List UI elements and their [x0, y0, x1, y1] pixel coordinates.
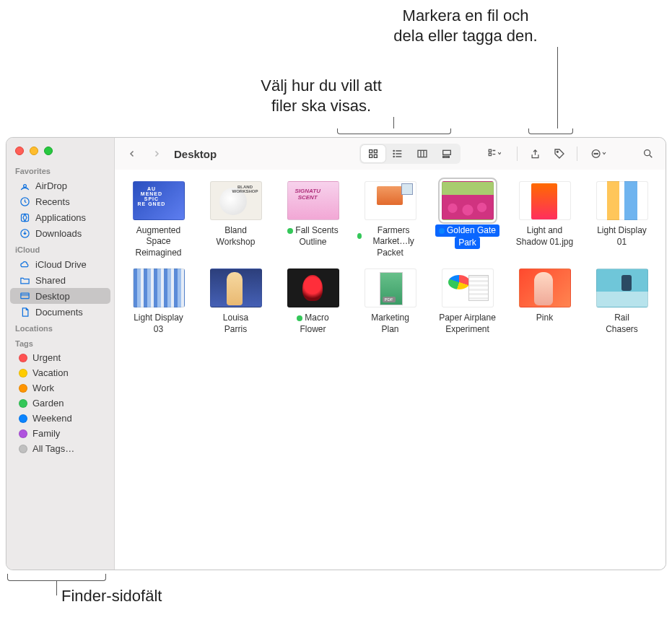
sidebar-item-airdrop[interactable]: AirDrop: [10, 178, 110, 193]
sidebar-item-applications[interactable]: Applications: [10, 209, 110, 225]
tag-dot-gray: [19, 445, 27, 453]
file-thumbnail: [133, 268, 185, 307]
sidebar-item-downloads[interactable]: Downloads: [10, 225, 110, 241]
file-item[interactable]: Golden GatePark: [431, 181, 504, 258]
sidebar-item-label: Weekend: [32, 413, 72, 424]
svg-point-21: [594, 153, 595, 154]
sidebar-item-icloud-drive[interactable]: iCloud Drive: [10, 256, 110, 272]
file-label: Fall ScentsOutline: [284, 224, 341, 248]
svg-point-23: [597, 153, 598, 154]
view-gallery-button[interactable]: [435, 145, 459, 162]
search-button[interactable]: [638, 144, 658, 163]
sidebar-item-recents[interactable]: Recents: [10, 193, 110, 209]
sidebar-tag-family[interactable]: Family: [10, 426, 110, 441]
sidebar-item-label: Downloads: [35, 228, 82, 239]
svg-rect-7: [370, 154, 372, 157]
group-by-button[interactable]: [479, 144, 510, 163]
file-label-text: Park: [455, 237, 480, 249]
sidebar-header-icloud: iCloud: [6, 241, 114, 256]
sidebar-tag-urgent[interactable]: Urgent: [10, 350, 110, 365]
file-label-text: Plan: [381, 324, 398, 335]
svg-point-11: [393, 156, 394, 157]
file-item[interactable]: Farmers Market…lyPacket: [354, 181, 427, 258]
file-item[interactable]: RailChasers: [585, 268, 658, 335]
fullscreen-window-button[interactable]: [44, 147, 53, 155]
sidebar-header-locations: Locations: [6, 320, 114, 335]
callout-view: Välj hur du vill att filer ska visas.: [242, 76, 401, 115]
sidebar-tag-all[interactable]: All Tags…: [10, 441, 110, 456]
sidebar-item-label: All Tags…: [32, 443, 74, 454]
file-label-text: 03: [154, 324, 163, 335]
file-label: MarketingPlan: [368, 312, 412, 335]
window-title: Desktop: [174, 148, 217, 160]
sidebar-tag-weekend[interactable]: Weekend: [10, 411, 110, 426]
svg-rect-14: [443, 156, 445, 157]
sidebar-item-label: Recents: [35, 196, 70, 207]
file-grid[interactable]: Augmented SpaceReimaginedBlandWorkshopFa…: [115, 170, 666, 569]
file-label: Augmented SpaceReimagined: [123, 224, 195, 258]
file-label: BlandWorkshop: [217, 224, 256, 248]
tag-dot-purple: [19, 429, 27, 438]
sidebar-item-shared[interactable]: Shared: [10, 272, 110, 288]
tag-button[interactable]: [549, 144, 570, 163]
svg-point-19: [557, 151, 558, 152]
file-thumbnail: [519, 181, 571, 220]
toolbar-separator: [577, 147, 577, 161]
file-item[interactable]: Light andShadow 01.jpg: [508, 181, 581, 258]
callout-share-bracket: [528, 128, 573, 134]
sidebar-item-label: Vacation: [32, 367, 69, 378]
file-item[interactable]: MacroFlower: [276, 268, 349, 335]
view-column-button[interactable]: [410, 145, 435, 162]
file-label-text: Marketing: [371, 313, 409, 323]
file-label: Pink: [533, 312, 556, 324]
back-button[interactable]: [122, 144, 142, 163]
airdrop-icon: [19, 180, 30, 191]
file-label-text: 01: [617, 237, 627, 248]
more-actions-button[interactable]: [585, 144, 615, 163]
view-icon-button[interactable]: [361, 145, 385, 162]
file-thumbnail: [365, 268, 416, 307]
sidebar-tag-work[interactable]: Work: [10, 380, 110, 396]
document-icon: [19, 306, 30, 318]
callout-sidebar-bracket: [7, 574, 106, 581]
svg-rect-6: [374, 150, 377, 153]
file-label-text: Light Display: [597, 225, 647, 236]
sidebar-header-favorites: Favorites: [6, 162, 114, 178]
file-tag-dot: [297, 315, 302, 321]
file-item[interactable]: BlandWorkshop: [199, 181, 272, 258]
share-button[interactable]: [525, 144, 545, 163]
file-thumbnail: [442, 268, 494, 307]
file-label-text: Outline: [299, 237, 326, 248]
sidebar-tag-vacation[interactable]: Vacation: [10, 365, 110, 380]
sidebar: Favorites AirDrop Recents Applications D…: [6, 138, 115, 569]
sidebar-item-documents[interactable]: Documents: [10, 304, 110, 320]
file-item[interactable]: Fall ScentsOutline: [276, 181, 349, 258]
svg-point-9: [393, 150, 394, 151]
file-label-text: Parris: [224, 324, 247, 335]
file-item[interactable]: MarketingPlan: [354, 268, 427, 335]
file-thumbnail: [287, 268, 339, 307]
close-window-button[interactable]: [15, 147, 24, 155]
file-item[interactable]: Light Display01: [585, 181, 658, 258]
file-label: MacroFlower: [294, 312, 331, 335]
file-label-text: Golden Gate: [447, 225, 496, 236]
sidebar-item-label: AirDrop: [35, 180, 67, 191]
view-list-button[interactable]: [385, 145, 410, 162]
sidebar-tag-garden[interactable]: Garden: [10, 396, 110, 411]
toolbar: Desktop: [115, 138, 666, 170]
file-item[interactable]: Light Display03: [122, 268, 195, 335]
file-label: RailChasers: [606, 312, 638, 335]
tag-dot-yellow: [19, 369, 27, 377]
file-item[interactable]: Augmented SpaceReimagined: [122, 181, 195, 258]
file-item[interactable]: LouisaParris: [199, 268, 272, 335]
file-item[interactable]: Paper AirplaneExperiment: [431, 268, 504, 335]
window-controls: [6, 142, 114, 162]
minimize-window-button[interactable]: [30, 147, 38, 155]
callout-share-line: [557, 47, 558, 128]
file-label: Paper AirplaneExperiment: [436, 312, 499, 335]
forward-button[interactable]: [147, 144, 167, 163]
file-thumbnail: [596, 268, 648, 307]
file-item[interactable]: Pink: [508, 268, 581, 335]
callout-sidebar: Finder-sidofält: [61, 586, 162, 606]
sidebar-item-desktop[interactable]: Desktop: [10, 288, 110, 304]
